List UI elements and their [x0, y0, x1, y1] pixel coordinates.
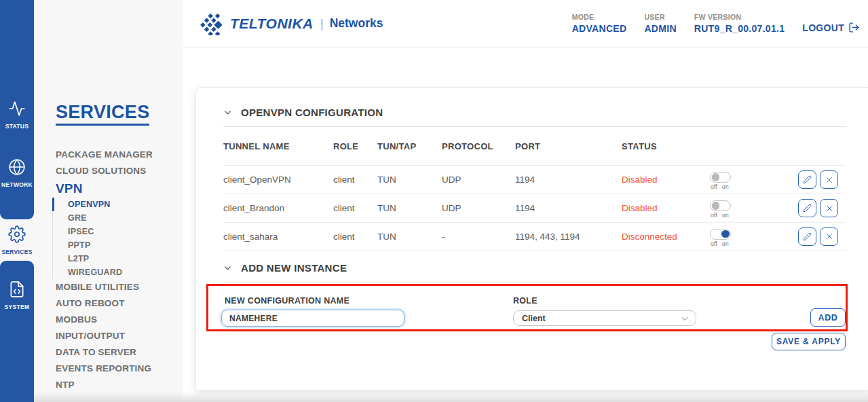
sidebar-item-events-reporting[interactable]: EVENTS REPORTING [34, 361, 183, 377]
fw-version-value: RUT9_R_00.07.01.1 [694, 23, 785, 34]
table-row: client_sahara client TUN - 1194, 443, 11… [223, 222, 846, 251]
status-badge: Disabled [622, 203, 710, 213]
sidebar-item-vpn[interactable]: VPN [34, 179, 183, 198]
sidebar-item-mobile-utilities[interactable]: MOBILE UTILITIES [34, 279, 183, 295]
primary-sidebar: STATUS NETWORK SERVICES SYSTEM [0, 0, 34, 402]
logout-button[interactable]: LOGOUT [802, 22, 860, 34]
role-label: ROLE [513, 296, 537, 306]
cell-protocol: UDP [442, 175, 515, 185]
primary-nav-services[interactable]: SERVICES [0, 225, 34, 255]
primary-nav-status[interactable]: STATUS [0, 100, 34, 130]
app-header: TELTONIKA | Networks MODE ADVANCED USER … [183, 0, 868, 48]
column-header-tunnel-name: TUNNEL NAME [223, 141, 333, 151]
edit-button[interactable] [798, 227, 816, 246]
enable-toggle[interactable]: offon [710, 172, 731, 190]
main-region: TELTONIKA | Networks MODE ADVANCED USER … [183, 0, 868, 402]
secondary-sidebar-title[interactable]: SERVICES [56, 102, 149, 126]
sidebar-item-modbus[interactable]: MODBUS [34, 312, 183, 328]
edit-button[interactable] [798, 199, 816, 217]
cell-tunnel-name: client_sahara [223, 232, 333, 242]
pencil-icon [803, 204, 812, 213]
enable-toggle[interactable]: offon [710, 229, 731, 247]
sidebar-item-ntp[interactable]: NTP [34, 377, 183, 393]
user-value[interactable]: ADMIN [644, 23, 676, 34]
sidebar-item-input-output[interactable]: INPUT/OUTPUT [34, 328, 183, 344]
secondary-sidebar-menu: PACKAGE MANAGER CLOUD SOLUTIONS VPN OPEN… [34, 147, 183, 393]
role-select[interactable]: Client [513, 310, 696, 326]
header-meta: MODE ADVANCED USER ADMIN FW VERSION RUT9… [572, 13, 868, 34]
column-header-role: ROLE [333, 141, 377, 151]
toggle-track[interactable] [710, 200, 731, 211]
delete-button[interactable] [820, 199, 838, 217]
sidebar-item-auto-reboot[interactable]: AUTO REBOOT [34, 295, 183, 312]
sidebar-item-openvpn[interactable]: OPENVPN [52, 198, 183, 211]
chevron-down-icon [223, 263, 232, 272]
column-header-port: PORT [515, 141, 622, 151]
cell-tun-tap: TUN [377, 232, 442, 242]
toggle-knob [712, 173, 720, 181]
close-icon [825, 232, 833, 240]
gear-icon [0, 225, 34, 246]
mode-value[interactable]: ADVANCED [572, 23, 627, 34]
primary-nav-network[interactable]: NETWORK [0, 158, 34, 188]
logo-brand-text: TELTONIKA [230, 16, 314, 32]
sidebar-item-cloud-solutions[interactable]: CLOUD SOLUTIONS [34, 163, 183, 179]
content-card: OPENVPN CONFIGURATION TUNNEL NAME ROLE T… [195, 87, 868, 390]
add-new-instance-section-header[interactable]: ADD NEW INSTANCE [223, 262, 846, 274]
openvpn-table-header: TUNNEL NAME ROLE TUN/TAP PROTOCOL PORT S… [223, 127, 846, 165]
cell-tun-tap: TUN [377, 203, 442, 213]
logout-icon [848, 22, 860, 33]
table-row: client_Brandon client TUN UDP 1194 Disab… [223, 194, 846, 222]
cell-role: client [333, 175, 377, 185]
mode-label: MODE [572, 13, 627, 21]
toggle-off-label: off [711, 212, 717, 219]
toggle-off-label: off [711, 240, 717, 247]
page: SERVICES PACKAGE MANAGER CLOUD SOLUTIONS… [0, 0, 868, 402]
sidebar-item-pptp[interactable]: PPTP [52, 238, 183, 252]
add-button[interactable]: ADD [810, 308, 846, 327]
teltonika-logo[interactable]: TELTONIKA | Networks [200, 12, 383, 35]
toggle-on-label: on [722, 183, 729, 190]
cell-tunnel-name: client_Brandon [223, 203, 333, 213]
fw-version-label: FW VERSION [694, 13, 785, 21]
cell-port: 1194 [515, 203, 622, 213]
delete-button[interactable] [820, 227, 838, 246]
sidebar-item-l2tp[interactable]: L2TP [52, 252, 183, 266]
pencil-icon [803, 175, 812, 184]
sidebar-item-data-to-server[interactable]: DATA TO SERVER [34, 344, 183, 361]
role-select-value: Client [522, 314, 680, 323]
sidebar-item-ipsec[interactable]: IPSEC [52, 225, 183, 238]
secondary-sidebar: SERVICES PACKAGE MANAGER CLOUD SOLUTIONS… [34, 0, 183, 402]
toggle-on-label: on [722, 212, 729, 219]
new-configuration-name-label: NEW CONFIGURATION NAME [225, 296, 350, 306]
openvpn-configuration-section-header[interactable]: OPENVPN CONFIGURATION [223, 107, 846, 118]
save-and-apply-button[interactable]: SAVE & APPLY [772, 333, 846, 350]
status-badge: Disabled [622, 175, 710, 185]
close-icon [825, 176, 833, 184]
chevron-down-icon [680, 314, 690, 323]
column-header-status: STATUS [622, 141, 710, 151]
cell-tun-tap: TUN [377, 175, 442, 185]
fw-version-meta: FW VERSION RUT9_R_00.07.01.1 [694, 13, 785, 34]
cell-tunnel-name: client_OpenVPN [223, 175, 333, 185]
column-header-tun-tap: TUN/TAP [377, 141, 442, 151]
delete-button[interactable] [820, 170, 838, 189]
toggle-track[interactable] [710, 229, 731, 240]
new-configuration-name-input[interactable] [221, 310, 404, 327]
cell-role: client [333, 232, 377, 242]
user-meta: USER ADMIN [644, 13, 676, 34]
close-icon [825, 204, 833, 213]
enable-toggle[interactable]: offon [710, 200, 731, 219]
sidebar-item-wireguard[interactable]: WIREGUARD [52, 266, 183, 279]
cell-port: 1194, 443, 1194 [515, 232, 622, 242]
cell-port: 1194 [515, 175, 622, 185]
edit-button[interactable] [798, 170, 816, 189]
sidebar-item-gre[interactable]: GRE [52, 211, 183, 225]
globe-icon [0, 158, 34, 179]
sidebar-item-package-manager[interactable]: PACKAGE MANAGER [34, 147, 183, 163]
cell-protocol: - [442, 232, 515, 242]
toggle-track[interactable] [710, 172, 731, 183]
section-title: ADD NEW INSTANCE [241, 262, 347, 274]
column-header-protocol: PROTOCOL [442, 141, 515, 151]
primary-nav-system[interactable]: SYSTEM [0, 280, 34, 310]
